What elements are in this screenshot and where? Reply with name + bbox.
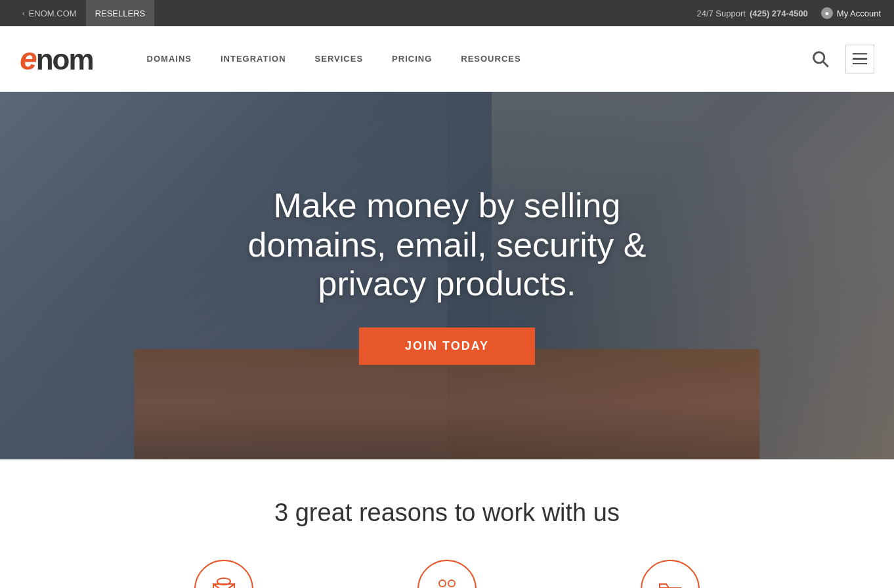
svg-point-5 (439, 580, 446, 587)
user-icon: ● (821, 7, 833, 19)
envelope-icon (209, 575, 238, 588)
nav-actions (806, 45, 874, 74)
logo[interactable]: enom (20, 41, 93, 77)
logo-e: e (20, 41, 36, 76)
resellers-link[interactable]: RESELLERS (86, 0, 155, 26)
hero-title: Make money by selling domains, email, se… (224, 186, 670, 304)
reason-icon-circle-3 (641, 560, 700, 588)
hamburger-icon (853, 53, 867, 65)
search-button[interactable] (806, 45, 835, 74)
enom-link[interactable]: ‹ ENOM.COM (13, 0, 86, 26)
reason-icon-circle-1 (194, 560, 253, 588)
svg-point-6 (448, 580, 455, 587)
reasons-section: 3 great reasons to work with us (0, 459, 894, 588)
folder-icon (656, 575, 685, 588)
logo-text: enom (20, 41, 93, 77)
reason-item-1 (112, 560, 335, 588)
chevron-left-icon: ‹ (22, 9, 25, 17)
main-nav: DOMAINS INTEGRATION SERVICES PRICING RES… (133, 26, 806, 92)
top-bar: ‹ ENOM.COM RESELLERS 24/7 Support (425) … (0, 0, 894, 26)
reasons-icons (26, 560, 868, 588)
account-label: My Account (837, 9, 881, 18)
search-icon (811, 50, 830, 68)
nav-pricing[interactable]: PRICING (377, 26, 446, 92)
nav-resources[interactable]: RESOURCES (446, 26, 535, 92)
reason-item-3 (559, 560, 782, 588)
join-today-button[interactable]: JOIN TODAY (359, 327, 535, 365)
support-label: 24/7 Support (696, 9, 745, 18)
top-bar-left: ‹ ENOM.COM RESELLERS (13, 0, 154, 26)
nav-integration[interactable]: INTEGRATION (206, 26, 301, 92)
reason-item-2 (335, 560, 559, 588)
my-account-link[interactable]: ● My Account (821, 7, 881, 19)
logo-rest: nom (36, 43, 93, 75)
phone-number: (425) 274-4500 (750, 9, 808, 18)
support-info: 24/7 Support (425) 274-4500 (696, 9, 807, 18)
top-bar-right: 24/7 Support (425) 274-4500 ● My Account (696, 7, 881, 19)
header: enom DOMAINS INTEGRATION SERVICES PRICIN… (0, 26, 894, 92)
nav-domains[interactable]: DOMAINS (133, 26, 206, 92)
svg-point-0 (814, 52, 824, 62)
handshake-icon (433, 575, 461, 588)
hero-section: Make money by selling domains, email, se… (0, 92, 894, 459)
nav-services[interactable]: SERVICES (301, 26, 378, 92)
hero-content: Make money by selling domains, email, se… (211, 173, 683, 378)
reasons-title: 3 great reasons to work with us (26, 499, 868, 527)
reason-icon-circle-2 (417, 560, 477, 588)
svg-line-1 (823, 62, 828, 67)
hamburger-menu-button[interactable] (845, 45, 874, 74)
